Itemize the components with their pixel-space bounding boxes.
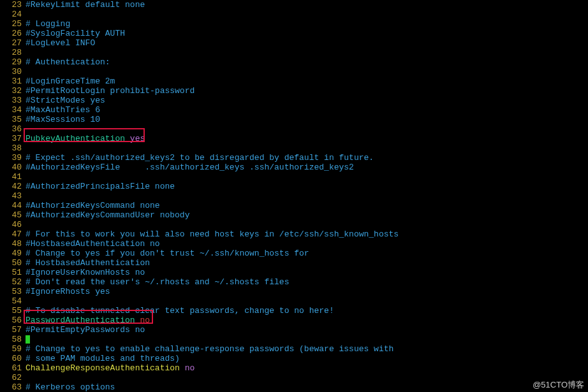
code-line[interactable]: 32#PermitRootLogin prohibit-password [0, 86, 588, 96]
line-number: 33 [0, 96, 22, 105]
code-text: ChallengeResponseAuthentication [26, 363, 185, 373]
code-line[interactable]: 39# Expect .ssh/authorized_keys2 to be d… [0, 153, 588, 163]
code-text: # HostbasedAuthentication [26, 258, 150, 268]
line-number: 36 [0, 124, 22, 134]
line-number: 52 [0, 277, 22, 287]
line-number: 55 [0, 306, 22, 316]
code-line[interactable]: 50# HostbasedAuthentication [0, 258, 588, 268]
code-text: # Authentication: [26, 57, 110, 67]
code-text: #IgnoreRhosts yes [26, 287, 110, 296]
code-line[interactable]: 34#MaxAuthTries 6 [0, 105, 588, 115]
line-number: 46 [0, 220, 22, 229]
code-line[interactable]: 53#IgnoreRhosts yes [0, 287, 588, 296]
code-text: # Change to yes to enable challenge-resp… [26, 344, 393, 354]
code-text: #AuthorizedKeysCommandUser nobody [26, 210, 189, 220]
line-number: 45 [0, 210, 22, 220]
code-line[interactable]: 29# Authentication: [0, 57, 588, 67]
code-text: #AuthorizedKeysFile .ssh/authorized_keys… [26, 163, 354, 172]
line-number: 62 [0, 373, 22, 382]
code-line[interactable]: 57#PermitEmptyPasswords no [0, 325, 588, 335]
line-number: 43 [0, 191, 22, 201]
code-text: #RekeyLimit default none [26, 0, 145, 10]
line-number: 34 [0, 105, 22, 115]
code-line[interactable]: 36 [0, 124, 588, 134]
code-line[interactable]: 56PasswordAuthentication no [0, 316, 588, 325]
line-number: 57 [0, 325, 22, 335]
line-number: 49 [0, 249, 22, 258]
code-text: # To disable tunneled clear text passwor… [26, 306, 334, 316]
code-text: PubkeyAuthentication [26, 134, 130, 143]
line-number: 41 [0, 172, 22, 182]
line-number: 37 [0, 134, 22, 143]
code-line[interactable]: 51#IgnoreUserKnownHosts no [0, 268, 588, 277]
code-line[interactable]: 33#StrictModes yes [0, 96, 588, 105]
code-line[interactable]: 48#HostbasedAuthentication no [0, 239, 588, 249]
code-text: #AuthorizedPrincipalsFile none [26, 182, 175, 191]
code-line[interactable]: 23#RekeyLimit default none [0, 0, 588, 10]
code-text: #AuthorizedKeysCommand none [26, 201, 160, 210]
code-editor[interactable]: 23#RekeyLimit default none2425# Logging2… [0, 0, 588, 392]
code-line[interactable]: 31#LoginGraceTime 2m [0, 76, 588, 86]
code-text: # For this to work you will also need ho… [26, 229, 399, 239]
code-line[interactable]: 55# To disable tunneled clear text passw… [0, 306, 588, 316]
code-text: PasswordAuthentication [26, 316, 140, 325]
code-line[interactable]: 49# Change to yes if you don't trust ~/.… [0, 249, 588, 258]
line-number: 25 [0, 19, 22, 29]
line-number: 35 [0, 115, 22, 124]
code-line[interactable]: 44#AuthorizedKeysCommand none [0, 201, 588, 210]
line-number: 38 [0, 143, 22, 153]
code-text: # Don't read the user's ~/.rhosts and ~/… [26, 277, 289, 287]
code-text: #PermitEmptyPasswords no [26, 325, 145, 335]
code-line[interactable]: 61ChallengeResponseAuthentication no [0, 363, 588, 373]
code-text: #PermitRootLogin prohibit-password [26, 86, 195, 96]
code-text: # some PAM modules and threads) [26, 354, 180, 363]
code-line[interactable]: 60# some PAM modules and threads) [0, 354, 588, 363]
code-line[interactable]: 38 [0, 143, 588, 153]
code-line[interactable]: 40#AuthorizedKeysFile .ssh/authorized_ke… [0, 163, 588, 172]
code-line[interactable]: 28 [0, 48, 588, 57]
code-line[interactable]: 45#AuthorizedKeysCommandUser nobody [0, 210, 588, 220]
line-number: 56 [0, 316, 22, 325]
code-text: #SyslogFacility AUTH [26, 29, 125, 38]
code-line[interactable]: 26#SyslogFacility AUTH [0, 29, 588, 38]
code-line[interactable]: 52# Don't read the user's ~/.rhosts and … [0, 277, 588, 287]
line-number: 60 [0, 354, 22, 363]
code-line[interactable]: 63# Kerberos options [0, 382, 588, 392]
code-line[interactable]: 62 [0, 373, 588, 382]
line-number: 39 [0, 153, 22, 163]
line-number: 29 [0, 57, 22, 67]
code-text: # Expect .ssh/authorized_keys2 to be dis… [26, 153, 374, 163]
code-text: #MaxSessions 10 [26, 115, 100, 124]
code-line[interactable]: 30 [0, 67, 588, 76]
text-cursor [26, 335, 30, 344]
code-line[interactable]: 59# Change to yes to enable challenge-re… [0, 344, 588, 354]
line-number: 28 [0, 48, 22, 57]
code-text: #StrictModes yes [26, 96, 105, 105]
line-number: 31 [0, 76, 22, 86]
code-text: #HostbasedAuthentication no [26, 239, 160, 249]
line-number: 44 [0, 201, 22, 210]
line-number: 51 [0, 268, 22, 277]
code-text: #LogLevel INFO [26, 38, 95, 48]
code-line[interactable]: 37PubkeyAuthentication yes [0, 134, 588, 143]
line-number: 63 [0, 382, 22, 392]
code-line[interactable]: 42#AuthorizedPrincipalsFile none [0, 182, 588, 191]
watermark-text: @51CTO博客 [533, 380, 584, 389]
code-line[interactable]: 47# For this to work you will also need … [0, 229, 588, 239]
code-line[interactable]: 43 [0, 191, 588, 201]
code-line[interactable]: 58 [0, 335, 588, 344]
line-number: 42 [0, 182, 22, 191]
code-text: no [140, 316, 150, 325]
code-line[interactable]: 24 [0, 10, 588, 19]
line-number: 54 [0, 296, 22, 306]
code-line[interactable]: 46 [0, 220, 588, 229]
code-line[interactable]: 54 [0, 296, 588, 306]
code-text: #MaxAuthTries 6 [26, 105, 100, 115]
code-line[interactable]: 41 [0, 172, 588, 182]
line-number: 40 [0, 163, 22, 172]
code-line[interactable]: 27#LogLevel INFO [0, 38, 588, 48]
line-number: 30 [0, 67, 22, 76]
code-text: yes [130, 134, 145, 143]
code-line[interactable]: 25# Logging [0, 19, 588, 29]
code-line[interactable]: 35#MaxSessions 10 [0, 115, 588, 124]
